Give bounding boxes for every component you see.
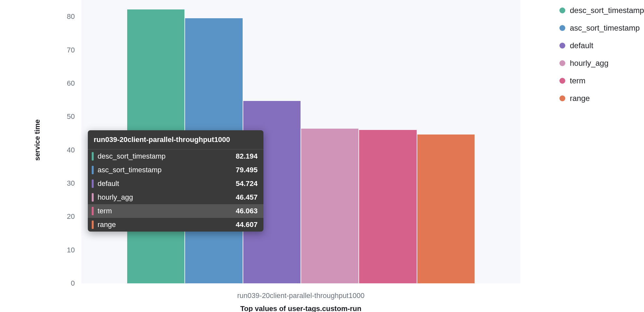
y-tick: 60 [52,79,75,88]
tooltip-row: default54.724 [88,177,263,191]
legend-item-asc_sort_timestamp[interactable]: asc_sort_timestamp [559,23,644,33]
y-tick: 80 [52,12,75,21]
y-axis-ticks: 01020304050607080 [52,0,78,283]
tooltip-row: asc_sort_timestamp79.495 [88,163,263,177]
tooltip-row: term46.063 [88,204,263,218]
legend-swatch-icon [559,43,565,49]
y-tick: 0 [52,279,75,288]
legend: desc_sort_timestampasc_sort_timestampdef… [559,6,644,111]
tooltip-series-value: 82.194 [236,152,258,161]
legend-item-desc_sort_timestamp[interactable]: desc_sort_timestamp [559,6,644,15]
y-tick: 70 [52,46,75,54]
legend-item-term[interactable]: term [559,76,644,85]
tooltip-series-name: term [98,207,236,215]
y-tick: 40 [52,146,75,154]
tooltip-row: range44.607 [88,218,263,232]
legend-swatch-icon [559,95,565,101]
tooltip-series-value: 54.724 [236,179,258,188]
x-axis-label: Top values of user-tags.custom-run [81,305,520,312]
tooltip-swatch-icon [92,166,94,174]
y-axis-label: service time [33,119,42,161]
tooltip-title: run039-20client-parallel-throughput1000 [88,130,263,149]
x-tick-label: run039-20client-parallel-throughput1000 [81,291,520,300]
tooltip-series-value: 44.607 [236,220,258,229]
tooltip-swatch-icon [92,179,94,188]
legend-item-hourly_agg[interactable]: hourly_agg [559,59,644,68]
legend-label: default [570,41,593,50]
tooltip-swatch-icon [92,207,94,215]
bar-hourly_agg[interactable] [301,129,358,284]
y-tick: 30 [52,179,75,188]
legend-swatch-icon [559,7,565,13]
legend-item-default[interactable]: default [559,41,644,50]
legend-swatch-icon [559,60,565,66]
legend-label: hourly_agg [570,59,609,68]
tooltip-series-value: 79.495 [236,166,258,174]
y-tick: 50 [52,112,75,121]
legend-item-range[interactable]: range [559,94,644,103]
tooltip-swatch-icon [92,152,94,161]
y-tick: 20 [52,212,75,221]
tooltip-series-value: 46.457 [236,193,258,202]
tooltip-series-value: 46.063 [236,207,258,215]
tooltip-row: hourly_agg46.457 [88,191,263,204]
legend-label: range [570,94,590,103]
tooltip-series-name: range [98,220,236,229]
tooltip-series-name: desc_sort_timestamp [98,152,236,161]
legend-label: desc_sort_timestamp [570,6,644,15]
tooltip-row: desc_sort_timestamp82.194 [88,149,263,163]
tooltip-swatch-icon [92,193,94,202]
tooltip-series-name: default [98,179,236,188]
tooltip: run039-20client-parallel-throughput1000 … [88,130,263,232]
legend-label: term [570,76,585,85]
legend-label: asc_sort_timestamp [570,23,640,33]
tooltip-series-name: hourly_agg [98,193,236,202]
tooltip-swatch-icon [92,220,94,229]
legend-swatch-icon [559,25,565,31]
bar-range[interactable] [417,135,475,283]
tooltip-series-name: asc_sort_timestamp [98,166,236,174]
chart: service time 01020304050607080 run039-20… [20,0,527,312]
legend-swatch-icon [559,78,565,84]
y-tick: 10 [52,246,75,254]
bar-term[interactable] [359,130,416,283]
